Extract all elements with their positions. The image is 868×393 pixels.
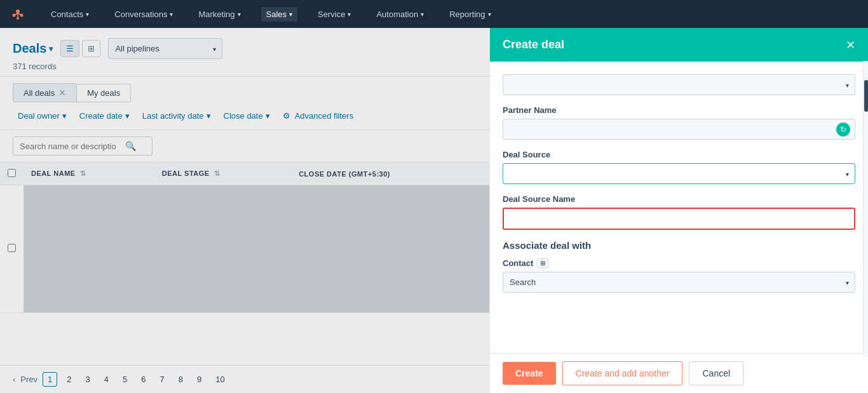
- search-tabs: All deals ✕ My deals: [13, 83, 477, 102]
- search-input[interactable]: [20, 142, 121, 151]
- pipeline-dropdown[interactable]: All pipelines: [108, 38, 222, 59]
- deal-source-wrap: ▾: [503, 163, 855, 184]
- panel-title: Create deal: [503, 38, 564, 51]
- grid-view-button[interactable]: ⊞: [82, 40, 100, 57]
- prev-page-label[interactable]: Prev: [20, 375, 37, 384]
- page-4-button[interactable]: 4: [100, 373, 113, 386]
- nav-conversations[interactable]: Conversations ▾: [109, 7, 178, 22]
- contact-label: Contact ⊞: [503, 258, 855, 268]
- first-dropdown[interactable]: [503, 74, 855, 95]
- panel-footer: Create Create and add another Cancel: [490, 353, 868, 393]
- search-input-wrap: 🔍: [13, 137, 153, 156]
- all-deals-tab[interactable]: All deals ✕: [13, 83, 76, 102]
- table-row: [0, 185, 489, 313]
- contact-group: Contact ⊞ Search ▾: [503, 258, 855, 293]
- svg-point-0: [16, 10, 20, 13]
- create-button[interactable]: Create: [503, 362, 556, 385]
- deal-name-header[interactable]: DEAL NAME ⇅: [24, 163, 154, 185]
- search-bar-row: 🔍: [0, 130, 489, 163]
- deal-source-label: Deal Source: [503, 150, 855, 159]
- page-1-button[interactable]: 1: [43, 372, 57, 387]
- deal-stage-header[interactable]: DEAL STAGE ⇅: [154, 163, 291, 185]
- nav-sales[interactable]: Sales ▾: [261, 7, 298, 22]
- deals-header: Deals ▾ ☰ ⊞ All pipelines ▾ 371 records: [0, 28, 489, 77]
- scrollbar-thumb: [864, 80, 868, 112]
- records-count: 371 records: [13, 62, 477, 71]
- first-dropdown-wrap: ▾: [503, 74, 855, 95]
- nav-reporting[interactable]: Reporting ▾: [444, 7, 496, 22]
- panel-scrollbar[interactable]: [863, 61, 868, 357]
- pipeline-dropdown-wrap: All pipelines ▾: [108, 38, 222, 59]
- top-navigation: Contacts ▾ Conversations ▾ Marketing ▾ S…: [0, 0, 868, 28]
- page-5-button[interactable]: 5: [118, 373, 132, 386]
- partner-name-group: Partner Name ↻: [503, 105, 855, 140]
- deal-source-name-input[interactable]: [503, 208, 855, 230]
- filter-dropdowns: Deal owner ▾ Create date ▾ Last activity…: [13, 109, 477, 123]
- select-all-checkbox-header[interactable]: [0, 163, 24, 185]
- partner-refresh-button[interactable]: ↻: [836, 123, 850, 137]
- contact-dropdown-wrap: Search ▾: [503, 272, 855, 293]
- advanced-filters-button[interactable]: ⚙Advanced filters: [278, 109, 359, 123]
- filter-bar: All deals ✕ My deals Deal owner ▾ Create…: [0, 77, 489, 130]
- deal-name-sort[interactable]: ⇅: [80, 170, 86, 177]
- contact-search-dropdown[interactable]: Search: [503, 272, 855, 293]
- deals-title[interactable]: Deals ▾: [13, 41, 53, 56]
- main-layout: Deals ▾ ☰ ⊞ All pipelines ▾ 371 records: [0, 28, 868, 393]
- create-and-add-button[interactable]: Create and add another: [562, 361, 683, 385]
- partner-name-label: Partner Name: [503, 105, 855, 115]
- clear-tab-icon[interactable]: ✕: [58, 88, 66, 98]
- panel-body: ▾ Partner Name ↻ Deal Source ▾: [490, 62, 868, 353]
- deal-source-name-label: Deal Source Name: [503, 194, 855, 204]
- row-checkbox[interactable]: [8, 244, 16, 252]
- nav-marketing[interactable]: Marketing ▾: [193, 7, 245, 22]
- page-8-button[interactable]: 8: [174, 373, 187, 386]
- panel-close-button[interactable]: ✕: [846, 39, 855, 51]
- cancel-button[interactable]: Cancel: [689, 361, 743, 385]
- nav-automation[interactable]: Automation ▾: [371, 7, 429, 22]
- svg-point-3: [17, 17, 19, 20]
- list-view-button[interactable]: ☰: [60, 40, 79, 57]
- search-icon[interactable]: 🔍: [125, 141, 136, 151]
- view-toggles: ☰ ⊞: [60, 40, 100, 57]
- nav-contacts[interactable]: Contacts ▾: [46, 7, 94, 22]
- close-date-filter[interactable]: Close date ▾: [219, 109, 275, 123]
- left-panel: Deals ▾ ☰ ⊞ All pipelines ▾ 371 records: [0, 28, 489, 393]
- contact-icon: ⊞: [537, 258, 548, 268]
- first-dropdown-group: ▾: [503, 74, 855, 95]
- hubspot-logo: [10, 6, 25, 22]
- partner-name-input[interactable]: [503, 119, 855, 140]
- associate-section: Associate deal with Contact ⊞ Search ▾: [503, 240, 855, 293]
- deal-source-dropdown[interactable]: [503, 163, 855, 184]
- deal-source-name-group: Deal Source Name: [503, 194, 855, 230]
- close-date-header: CLOSE DATE (GMT+5:30): [291, 163, 489, 185]
- prev-page-button[interactable]: ‹: [13, 375, 15, 384]
- page-9-button[interactable]: 9: [193, 373, 206, 386]
- pagination-row: ‹ Prev 1 2 3 4 5 6 7 8 9 10: [0, 365, 489, 393]
- page-7-button[interactable]: 7: [155, 373, 168, 386]
- my-deals-tab[interactable]: My deals: [76, 84, 131, 102]
- panel-header: Create deal ✕: [490, 28, 868, 62]
- create-date-filter[interactable]: Create date ▾: [74, 109, 135, 123]
- deal-stage-sort[interactable]: ⇅: [214, 170, 220, 177]
- last-activity-filter[interactable]: Last activity date ▾: [137, 109, 216, 123]
- partner-name-wrap: ↻: [503, 119, 855, 140]
- deals-table: DEAL NAME ⇅ DEAL STAGE ⇅ CLOSE DATE (GMT…: [0, 163, 489, 313]
- nav-service[interactable]: Service ▾: [313, 7, 356, 22]
- page-2-button[interactable]: 2: [62, 373, 76, 386]
- page-10-button[interactable]: 10: [211, 373, 229, 386]
- page-3-button[interactable]: 3: [81, 373, 95, 386]
- create-deal-panel: Create deal ✕ ▾ Partner Name ↻: [489, 28, 868, 393]
- associate-title: Associate deal with: [503, 240, 855, 251]
- deal-owner-filter[interactable]: Deal owner ▾: [13, 109, 72, 123]
- deals-title-caret[interactable]: ▾: [49, 44, 53, 53]
- deals-table-container: DEAL NAME ⇅ DEAL STAGE ⇅ CLOSE DATE (GMT…: [0, 163, 489, 313]
- select-all-checkbox[interactable]: [8, 169, 16, 177]
- page-6-button[interactable]: 6: [137, 373, 150, 386]
- deal-source-group: Deal Source ▾: [503, 150, 855, 184]
